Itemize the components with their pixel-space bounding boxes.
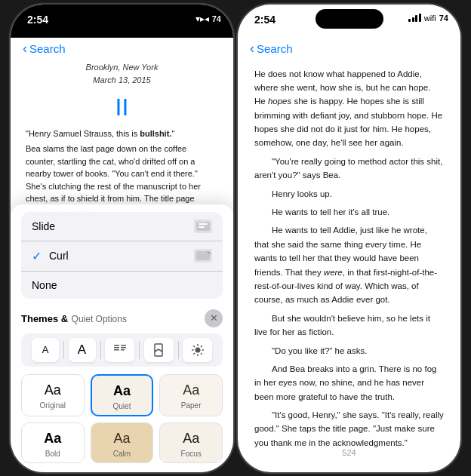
transition-none[interactable]: None xyxy=(21,272,223,299)
theme-paper-card[interactable]: Aa Paper xyxy=(159,374,223,416)
book-content-full: He does not know what happened to Addie,… xyxy=(238,61,460,453)
theme-bold-card[interactable]: Aa Bold xyxy=(21,422,85,463)
theme-focus-label: Focus xyxy=(181,450,202,458)
svg-rect-10 xyxy=(155,344,162,356)
chapter-number: II xyxy=(26,94,218,121)
columns-icon xyxy=(112,342,128,358)
phone-2: 2:54 wifi 74 ‹ Search He does not know w… xyxy=(238,5,460,472)
svg-line-19 xyxy=(193,353,195,355)
theme-calm-label: Calm xyxy=(113,450,131,458)
check-icon: ✓ xyxy=(32,249,42,263)
svg-rect-2 xyxy=(199,226,205,228)
transition-curl[interactable]: ✓ Curl xyxy=(21,241,223,272)
divider3 xyxy=(139,341,140,359)
none-label: None xyxy=(32,279,57,291)
divider xyxy=(63,341,64,359)
transition-slide[interactable]: Slide xyxy=(21,212,223,241)
font-controls: A A xyxy=(21,333,223,367)
wifi-icon: ▾▸◂ xyxy=(195,14,209,24)
curl-icon xyxy=(194,249,212,263)
themes-subtitle: Quiet Options xyxy=(72,314,127,324)
back-chevron-icon: ‹ xyxy=(23,41,27,57)
font-decrease-button[interactable]: A xyxy=(32,338,59,362)
theme-calm-aa: Aa xyxy=(113,431,130,447)
signal-icon xyxy=(180,14,192,23)
phone-1: 2:54 ▾▸◂ 74 ‹ Search Brooklyn, New York … xyxy=(11,5,233,472)
dynamic-island-2 xyxy=(316,9,383,29)
font-style-button[interactable] xyxy=(105,338,134,362)
theme-focus-aa: Aa xyxy=(183,431,199,447)
divider4 xyxy=(178,341,179,359)
book-location: Brooklyn, New York March 13, 2015 xyxy=(26,61,218,88)
svg-rect-6 xyxy=(114,349,119,351)
status-time-2: 2:54 xyxy=(254,14,276,26)
book-content: Brooklyn, New York March 13, 2015 II "He… xyxy=(11,61,233,223)
theme-calm-card[interactable]: Aa Calm xyxy=(91,422,154,463)
svg-rect-5 xyxy=(114,347,119,349)
dynamic-island xyxy=(88,14,156,33)
nav-bar: ‹ Search xyxy=(11,38,233,61)
back-label-2: Search xyxy=(257,42,293,55)
back-chevron-icon-2: ‹ xyxy=(250,41,254,57)
curl-label: Curl xyxy=(49,250,69,262)
nav-bar-2: ‹ Search xyxy=(238,38,460,61)
theme-paper-aa: Aa xyxy=(183,382,199,398)
sun-icon xyxy=(191,343,205,357)
theme-quiet-label: Quiet xyxy=(113,402,131,410)
overlay-panel: Slide ✓ Curl None xyxy=(11,204,233,472)
signal-icon-2 xyxy=(408,14,421,22)
theme-focus-card[interactable]: Aa Focus xyxy=(159,422,223,463)
svg-line-18 xyxy=(201,345,202,347)
theme-original-aa: Aa xyxy=(45,382,61,398)
theme-paper-label: Paper xyxy=(181,401,202,410)
svg-rect-3 xyxy=(196,251,210,260)
slide-label: Slide xyxy=(32,220,55,232)
svg-point-11 xyxy=(195,347,200,352)
svg-rect-7 xyxy=(121,345,126,346)
divider2 xyxy=(100,341,101,359)
svg-line-17 xyxy=(201,353,202,355)
page-number: 524 xyxy=(238,448,460,457)
battery-number-2: 74 xyxy=(439,14,448,23)
theme-bold-label: Bold xyxy=(45,450,60,458)
font-increase-button[interactable]: A xyxy=(69,338,96,362)
theme-original-card[interactable]: Aa Original xyxy=(21,374,85,416)
status-time: 2:54 xyxy=(27,14,48,26)
svg-rect-9 xyxy=(121,349,125,351)
transition-menu: Slide ✓ Curl None xyxy=(21,212,223,299)
theme-original-label: Original xyxy=(40,401,66,410)
bookmark-icon xyxy=(151,342,166,358)
close-button[interactable]: ✕ xyxy=(205,309,223,327)
back-button-2[interactable]: ‹ Search xyxy=(250,41,293,57)
themes-title-group: Themes & Quiet Options xyxy=(21,312,127,325)
svg-rect-4 xyxy=(114,345,119,346)
themes-header: Themes & Quiet Options ✕ xyxy=(11,305,233,330)
theme-grid: Aa Original Aa Quiet Aa Paper Aa Bold Aa… xyxy=(11,370,233,472)
svg-line-16 xyxy=(193,345,195,347)
theme-quiet-aa: Aa xyxy=(113,383,131,399)
svg-rect-8 xyxy=(121,347,126,349)
battery-number: 74 xyxy=(212,14,221,23)
font-aa-button[interactable] xyxy=(144,338,174,362)
back-button[interactable]: ‹ Search xyxy=(23,41,66,57)
wifi-icon-2: wifi xyxy=(424,14,436,23)
slide-icon xyxy=(194,220,212,233)
theme-quiet-card[interactable]: Aa Quiet xyxy=(91,374,154,416)
svg-rect-1 xyxy=(199,223,208,225)
themes-title: Themes & xyxy=(21,313,68,324)
back-label: Search xyxy=(29,42,66,55)
brightness-button[interactable] xyxy=(183,338,212,362)
theme-bold-aa: Aa xyxy=(44,431,61,447)
